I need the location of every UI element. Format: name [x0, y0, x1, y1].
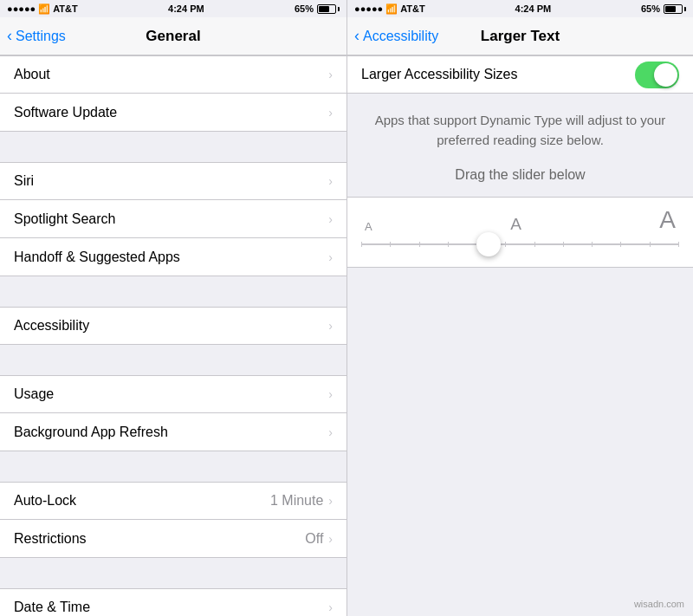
left-status-right: 65%: [295, 3, 340, 14]
date-time-chevron-icon: ›: [328, 600, 333, 614]
list-item-spotlight[interactable]: Spotlight Search ›: [0, 200, 346, 238]
separator-5: [0, 558, 346, 588]
restrictions-label: Restrictions: [14, 531, 305, 547]
about-chevron-icon: ›: [328, 68, 333, 81]
left-status-carrier: ●●●●● 📶 AT&T: [7, 3, 78, 15]
right-battery-percent: 65%: [641, 3, 660, 14]
restrictions-value: Off: [305, 531, 323, 547]
toggle-knob: [654, 63, 677, 87]
autolock-chevron-icon: ›: [328, 494, 333, 508]
dynamic-type-description: Apps that support Dynamic Type will adju…: [347, 94, 693, 159]
right-carrier-label: AT&T: [400, 3, 425, 14]
left-carrier-label: AT&T: [53, 3, 78, 14]
font-size-slider-thumb[interactable]: [476, 232, 501, 256]
right-battery-body: [664, 4, 683, 14]
left-battery-body: [317, 4, 336, 14]
section-group-2: Siri › Spotlight Search › Handoff & Sugg…: [0, 162, 346, 276]
slider-ticks: [361, 242, 679, 247]
watermark: wisadn.com: [634, 599, 684, 609]
right-time: 4:24 PM: [515, 3, 552, 14]
slider-track: [361, 243, 679, 245]
right-battery-icon: [664, 4, 686, 14]
tick-12: [678, 242, 679, 247]
left-signal-icon: ●●●●●: [7, 3, 36, 14]
separator-4: [0, 451, 346, 482]
slider-small-a-label: A: [365, 221, 372, 232]
left-time: 4:24 PM: [168, 3, 204, 14]
autolock-label: Auto-Lock: [14, 493, 270, 509]
right-content-area: Larger Accessibility Sizes Apps that sup…: [347, 55, 693, 616]
right-status-right: 65%: [641, 3, 686, 14]
usage-label: Usage: [14, 386, 328, 402]
accessibility-chevron-icon: ›: [328, 319, 333, 333]
list-item-siri[interactable]: Siri ›: [0, 162, 346, 200]
right-back-label[interactable]: Accessibility: [363, 29, 438, 44]
slider-medium-a-label: A: [510, 216, 521, 232]
software-update-label: Software Update: [14, 105, 328, 120]
section-group-6: Date & Time ›: [0, 588, 346, 616]
list-item-usage[interactable]: Usage ›: [0, 375, 346, 413]
tick-6: [505, 242, 506, 247]
left-back-chevron-icon: ‹: [7, 27, 12, 45]
left-battery-icon: [317, 4, 340, 14]
accessibility-label: Accessibility: [14, 318, 328, 334]
tick-10: [620, 242, 621, 247]
background-refresh-label: Background App Refresh: [14, 425, 328, 440]
spotlight-chevron-icon: ›: [328, 212, 333, 226]
left-back-label[interactable]: Settings: [16, 29, 66, 44]
tick-8: [563, 242, 564, 247]
list-item-autolock[interactable]: Auto-Lock 1 Minute ›: [0, 482, 346, 520]
date-time-label: Date & Time: [14, 600, 328, 615]
separator-1: [0, 132, 346, 162]
siri-label: Siri: [14, 173, 328, 189]
usage-chevron-icon: ›: [328, 387, 333, 401]
right-status-bar: ●●●●● 📶 AT&T 4:24 PM 65%: [347, 0, 693, 17]
siri-chevron-icon: ›: [328, 174, 333, 188]
font-size-slider-section: A A A: [347, 197, 693, 268]
right-back-button[interactable]: ‹ Accessibility: [354, 27, 438, 45]
list-item-about[interactable]: About ›: [0, 55, 346, 94]
left-status-bar: ●●●●● 📶 AT&T 4:24 PM 65%: [0, 0, 346, 17]
section-group-3: Accessibility ›: [0, 307, 346, 345]
section-group-4: Usage › Background App Refresh ›: [0, 375, 346, 451]
separator-2: [0, 276, 346, 307]
accessibility-sizes-toggle[interactable]: [635, 62, 679, 88]
list-item-background-refresh[interactable]: Background App Refresh ›: [0, 413, 346, 451]
section-group-5: Auto-Lock 1 Minute › Restrictions Off ›: [0, 482, 346, 558]
list-item-accessibility[interactable]: Accessibility ›: [0, 307, 346, 345]
right-signal-icon: ●●●●●: [354, 3, 383, 14]
left-battery-fill: [319, 6, 329, 12]
list-item-software-update[interactable]: Software Update ›: [0, 94, 346, 132]
list-item-handoff[interactable]: Handoff & Suggested Apps ›: [0, 238, 346, 276]
right-status-left: ●●●●● 📶 AT&T: [354, 3, 425, 15]
tick-2: [390, 242, 391, 247]
right-panel: ●●●●● 📶 AT&T 4:24 PM 65% ‹ Accessibility…: [346, 0, 693, 616]
left-settings-list: About › Software Update › Siri › Spotlig…: [0, 55, 346, 616]
accessibility-sizes-label: Larger Accessibility Sizes: [361, 67, 635, 82]
section-group-1: About › Software Update ›: [0, 55, 346, 132]
right-nav-bar: ‹ Accessibility Larger Text: [347, 17, 693, 55]
left-nav-bar: ‹ Settings General: [0, 17, 346, 55]
handoff-label: Handoff & Suggested Apps: [14, 250, 328, 265]
handoff-chevron-icon: ›: [328, 250, 333, 264]
larger-accessibility-sizes-row: Larger Accessibility Sizes: [347, 55, 693, 94]
right-battery-fill: [665, 6, 676, 12]
left-battery-tip: [338, 7, 340, 11]
slider-labels: A A A: [361, 208, 679, 232]
list-item-date-time[interactable]: Date & Time ›: [0, 588, 346, 616]
spotlight-label: Spotlight Search: [14, 211, 328, 227]
tick-1: [361, 242, 362, 247]
left-back-button[interactable]: ‹ Settings: [7, 27, 66, 45]
right-back-chevron-icon: ‹: [354, 27, 359, 45]
background-refresh-chevron-icon: ›: [328, 425, 333, 439]
list-item-restrictions[interactable]: Restrictions Off ›: [0, 520, 346, 558]
left-nav-title: General: [146, 28, 200, 45]
left-wifi-icon: 📶: [38, 3, 50, 15]
left-battery-percent: 65%: [295, 3, 314, 14]
software-update-chevron-icon: ›: [328, 106, 333, 120]
slider-track-container: [361, 236, 679, 253]
autolock-value: 1 Minute: [270, 493, 323, 509]
right-battery-tip: [684, 7, 686, 11]
tick-11: [650, 242, 651, 247]
left-panel: ●●●●● 📶 AT&T 4:24 PM 65% ‹ Settings Gene…: [0, 0, 346, 616]
